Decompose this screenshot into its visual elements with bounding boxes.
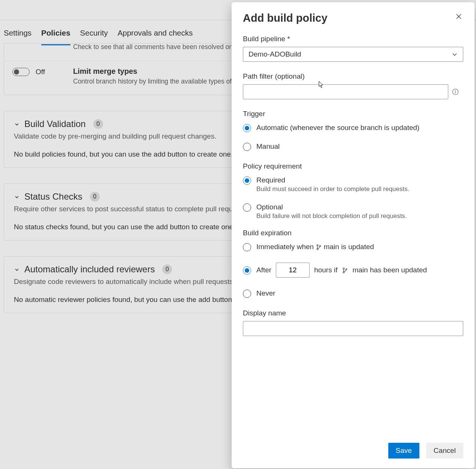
svg-point-3 <box>317 245 319 246</box>
svg-point-8 <box>346 269 347 270</box>
trigger-automatic-label: Automatic (whenever the source branch is… <box>256 123 419 132</box>
expiration-after-text-b: hours if <box>314 266 337 275</box>
display-name-label: Display name <box>243 309 463 317</box>
expiration-never-label: Never <box>256 289 275 298</box>
svg-point-6 <box>343 268 345 269</box>
save-button[interactable]: Save <box>388 443 419 459</box>
requirement-required-radio[interactable] <box>243 176 251 185</box>
trigger-manual-label: Manual <box>256 142 280 151</box>
trigger-label: Trigger <box>243 110 463 118</box>
pipeline-select[interactable]: Demo-ADOBuild <box>243 47 463 62</box>
svg-point-1 <box>455 90 456 91</box>
requirement-required-label: Required <box>256 176 409 185</box>
pipeline-label: Build pipeline * <box>243 35 463 43</box>
expiration-after-text-c: main has been updated <box>352 266 427 275</box>
svg-point-4 <box>317 249 319 250</box>
branch-icon <box>316 244 322 250</box>
expiration-immediate-label: Immediately when main is updated <box>256 242 374 251</box>
trigger-automatic-radio[interactable] <box>243 124 251 132</box>
chevron-down-icon <box>452 51 458 57</box>
path-filter-label: Path filter (optional) <box>243 72 463 81</box>
panel-title: Add build policy <box>243 12 328 24</box>
expiration-after-text-a: After <box>256 266 271 275</box>
requirement-optional-sub: Build failure will not block completion … <box>256 212 407 220</box>
svg-point-7 <box>343 272 345 273</box>
requirement-required-sub: Build must succeed in order to complete … <box>256 185 409 193</box>
display-name-input[interactable] <box>243 321 463 336</box>
branch-icon <box>342 267 348 273</box>
pipeline-value: Demo-ADOBuild <box>248 50 301 58</box>
requirement-optional-label: Optional <box>256 203 407 212</box>
expiration-immediate-text-b: main is updated <box>324 243 374 251</box>
expiration-hours-input[interactable] <box>276 263 310 278</box>
add-build-policy-panel: Add build policy Build pipeline * Demo-A… <box>232 2 475 468</box>
expiration-never-radio[interactable] <box>243 290 251 298</box>
expiration-immediate-text-a: Immediately when <box>256 243 316 251</box>
expiration-after-radio[interactable] <box>243 266 251 275</box>
svg-point-5 <box>320 246 321 247</box>
policy-requirement-label: Policy requirement <box>243 162 463 170</box>
expiration-immediate-radio[interactable] <box>243 243 251 251</box>
svg-rect-2 <box>455 91 455 93</box>
requirement-optional-radio[interactable] <box>243 203 251 212</box>
info-icon[interactable] <box>452 88 459 95</box>
trigger-manual-radio[interactable] <box>243 143 251 151</box>
build-expiration-label: Build expiration <box>243 229 463 237</box>
path-filter-input[interactable] <box>243 84 448 99</box>
cancel-button[interactable]: Cancel <box>426 443 463 459</box>
close-icon[interactable] <box>454 12 463 21</box>
